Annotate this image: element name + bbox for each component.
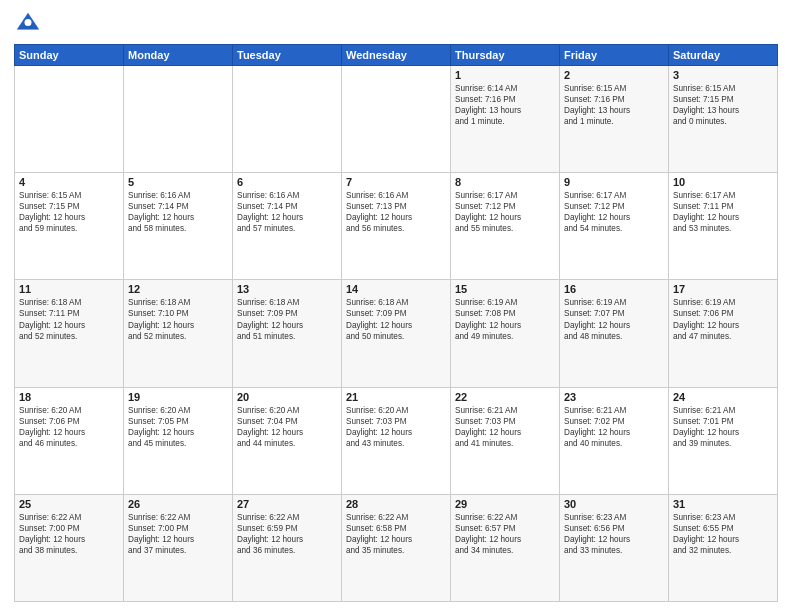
svg-point-2 (25, 19, 32, 26)
day-number: 7 (346, 176, 446, 188)
logo-icon (14, 10, 42, 38)
cell-content: Sunrise: 6:21 AM Sunset: 7:03 PM Dayligh… (455, 405, 555, 449)
day-number: 13 (237, 283, 337, 295)
calendar-cell: 9Sunrise: 6:17 AM Sunset: 7:12 PM Daylig… (560, 173, 669, 280)
calendar-cell: 31Sunrise: 6:23 AM Sunset: 6:55 PM Dayli… (669, 494, 778, 601)
calendar-cell (124, 66, 233, 173)
calendar-day-header: Sunday (15, 45, 124, 66)
calendar-day-header: Friday (560, 45, 669, 66)
calendar-cell: 2Sunrise: 6:15 AM Sunset: 7:16 PM Daylig… (560, 66, 669, 173)
cell-content: Sunrise: 6:18 AM Sunset: 7:09 PM Dayligh… (346, 297, 446, 341)
cell-content: Sunrise: 6:22 AM Sunset: 6:57 PM Dayligh… (455, 512, 555, 556)
cell-content: Sunrise: 6:21 AM Sunset: 7:02 PM Dayligh… (564, 405, 664, 449)
calendar-cell: 16Sunrise: 6:19 AM Sunset: 7:07 PM Dayli… (560, 280, 669, 387)
day-number: 11 (19, 283, 119, 295)
day-number: 22 (455, 391, 555, 403)
calendar-table: SundayMondayTuesdayWednesdayThursdayFrid… (14, 44, 778, 602)
day-number: 28 (346, 498, 446, 510)
header (14, 10, 778, 38)
calendar-cell: 26Sunrise: 6:22 AM Sunset: 7:00 PM Dayli… (124, 494, 233, 601)
calendar-cell: 24Sunrise: 6:21 AM Sunset: 7:01 PM Dayli… (669, 387, 778, 494)
calendar-cell: 13Sunrise: 6:18 AM Sunset: 7:09 PM Dayli… (233, 280, 342, 387)
calendar-week-row: 11Sunrise: 6:18 AM Sunset: 7:11 PM Dayli… (15, 280, 778, 387)
day-number: 1 (455, 69, 555, 81)
calendar-cell: 21Sunrise: 6:20 AM Sunset: 7:03 PM Dayli… (342, 387, 451, 494)
calendar-cell: 7Sunrise: 6:16 AM Sunset: 7:13 PM Daylig… (342, 173, 451, 280)
cell-content: Sunrise: 6:23 AM Sunset: 6:56 PM Dayligh… (564, 512, 664, 556)
cell-content: Sunrise: 6:19 AM Sunset: 7:07 PM Dayligh… (564, 297, 664, 341)
day-number: 27 (237, 498, 337, 510)
day-number: 23 (564, 391, 664, 403)
cell-content: Sunrise: 6:17 AM Sunset: 7:11 PM Dayligh… (673, 190, 773, 234)
calendar-cell: 4Sunrise: 6:15 AM Sunset: 7:15 PM Daylig… (15, 173, 124, 280)
calendar-day-header: Thursday (451, 45, 560, 66)
calendar-cell: 22Sunrise: 6:21 AM Sunset: 7:03 PM Dayli… (451, 387, 560, 494)
day-number: 18 (19, 391, 119, 403)
cell-content: Sunrise: 6:18 AM Sunset: 7:09 PM Dayligh… (237, 297, 337, 341)
cell-content: Sunrise: 6:15 AM Sunset: 7:15 PM Dayligh… (673, 83, 773, 127)
calendar-week-row: 18Sunrise: 6:20 AM Sunset: 7:06 PM Dayli… (15, 387, 778, 494)
day-number: 26 (128, 498, 228, 510)
calendar-cell (342, 66, 451, 173)
cell-content: Sunrise: 6:15 AM Sunset: 7:16 PM Dayligh… (564, 83, 664, 127)
calendar-cell: 29Sunrise: 6:22 AM Sunset: 6:57 PM Dayli… (451, 494, 560, 601)
calendar-day-header: Saturday (669, 45, 778, 66)
page: SundayMondayTuesdayWednesdayThursdayFrid… (0, 0, 792, 612)
cell-content: Sunrise: 6:18 AM Sunset: 7:10 PM Dayligh… (128, 297, 228, 341)
calendar-week-row: 25Sunrise: 6:22 AM Sunset: 7:00 PM Dayli… (15, 494, 778, 601)
day-number: 2 (564, 69, 664, 81)
cell-content: Sunrise: 6:20 AM Sunset: 7:04 PM Dayligh… (237, 405, 337, 449)
day-number: 8 (455, 176, 555, 188)
calendar-cell (15, 66, 124, 173)
day-number: 3 (673, 69, 773, 81)
day-number: 17 (673, 283, 773, 295)
calendar-cell: 27Sunrise: 6:22 AM Sunset: 6:59 PM Dayli… (233, 494, 342, 601)
cell-content: Sunrise: 6:22 AM Sunset: 7:00 PM Dayligh… (19, 512, 119, 556)
calendar-cell: 14Sunrise: 6:18 AM Sunset: 7:09 PM Dayli… (342, 280, 451, 387)
cell-content: Sunrise: 6:16 AM Sunset: 7:14 PM Dayligh… (237, 190, 337, 234)
cell-content: Sunrise: 6:19 AM Sunset: 7:08 PM Dayligh… (455, 297, 555, 341)
cell-content: Sunrise: 6:16 AM Sunset: 7:14 PM Dayligh… (128, 190, 228, 234)
calendar-cell: 6Sunrise: 6:16 AM Sunset: 7:14 PM Daylig… (233, 173, 342, 280)
cell-content: Sunrise: 6:22 AM Sunset: 6:58 PM Dayligh… (346, 512, 446, 556)
cell-content: Sunrise: 6:15 AM Sunset: 7:15 PM Dayligh… (19, 190, 119, 234)
cell-content: Sunrise: 6:22 AM Sunset: 7:00 PM Dayligh… (128, 512, 228, 556)
calendar-cell: 17Sunrise: 6:19 AM Sunset: 7:06 PM Dayli… (669, 280, 778, 387)
day-number: 10 (673, 176, 773, 188)
day-number: 5 (128, 176, 228, 188)
calendar-cell: 30Sunrise: 6:23 AM Sunset: 6:56 PM Dayli… (560, 494, 669, 601)
day-number: 16 (564, 283, 664, 295)
calendar-cell: 19Sunrise: 6:20 AM Sunset: 7:05 PM Dayli… (124, 387, 233, 494)
day-number: 20 (237, 391, 337, 403)
calendar-cell: 5Sunrise: 6:16 AM Sunset: 7:14 PM Daylig… (124, 173, 233, 280)
calendar-cell: 8Sunrise: 6:17 AM Sunset: 7:12 PM Daylig… (451, 173, 560, 280)
calendar-day-header: Wednesday (342, 45, 451, 66)
calendar-cell: 28Sunrise: 6:22 AM Sunset: 6:58 PM Dayli… (342, 494, 451, 601)
calendar-cell: 11Sunrise: 6:18 AM Sunset: 7:11 PM Dayli… (15, 280, 124, 387)
day-number: 24 (673, 391, 773, 403)
day-number: 31 (673, 498, 773, 510)
calendar-cell: 18Sunrise: 6:20 AM Sunset: 7:06 PM Dayli… (15, 387, 124, 494)
calendar-week-row: 4Sunrise: 6:15 AM Sunset: 7:15 PM Daylig… (15, 173, 778, 280)
calendar-cell: 15Sunrise: 6:19 AM Sunset: 7:08 PM Dayli… (451, 280, 560, 387)
calendar-cell: 10Sunrise: 6:17 AM Sunset: 7:11 PM Dayli… (669, 173, 778, 280)
day-number: 25 (19, 498, 119, 510)
cell-content: Sunrise: 6:17 AM Sunset: 7:12 PM Dayligh… (564, 190, 664, 234)
day-number: 30 (564, 498, 664, 510)
cell-content: Sunrise: 6:20 AM Sunset: 7:06 PM Dayligh… (19, 405, 119, 449)
cell-content: Sunrise: 6:20 AM Sunset: 7:05 PM Dayligh… (128, 405, 228, 449)
cell-content: Sunrise: 6:23 AM Sunset: 6:55 PM Dayligh… (673, 512, 773, 556)
calendar-week-row: 1Sunrise: 6:14 AM Sunset: 7:16 PM Daylig… (15, 66, 778, 173)
day-number: 12 (128, 283, 228, 295)
day-number: 14 (346, 283, 446, 295)
calendar-cell: 12Sunrise: 6:18 AM Sunset: 7:10 PM Dayli… (124, 280, 233, 387)
calendar-cell: 25Sunrise: 6:22 AM Sunset: 7:00 PM Dayli… (15, 494, 124, 601)
cell-content: Sunrise: 6:20 AM Sunset: 7:03 PM Dayligh… (346, 405, 446, 449)
logo (14, 10, 46, 38)
cell-content: Sunrise: 6:22 AM Sunset: 6:59 PM Dayligh… (237, 512, 337, 556)
calendar-cell: 3Sunrise: 6:15 AM Sunset: 7:15 PM Daylig… (669, 66, 778, 173)
calendar-cell (233, 66, 342, 173)
cell-content: Sunrise: 6:16 AM Sunset: 7:13 PM Dayligh… (346, 190, 446, 234)
calendar-cell: 23Sunrise: 6:21 AM Sunset: 7:02 PM Dayli… (560, 387, 669, 494)
day-number: 6 (237, 176, 337, 188)
